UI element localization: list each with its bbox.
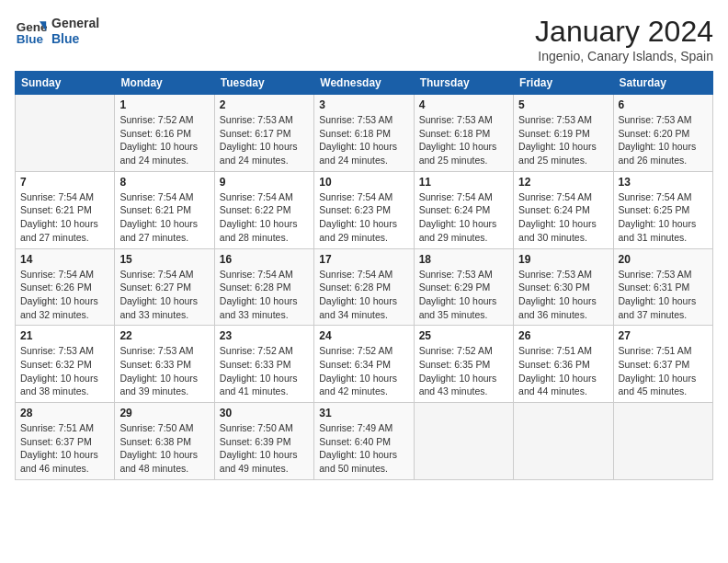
weekday-header-saturday: Saturday	[613, 72, 712, 95]
calendar-cell: 3Sunrise: 7:53 AM Sunset: 6:18 PM Daylig…	[314, 95, 414, 172]
day-number: 2	[220, 98, 309, 111]
day-number: 7	[20, 176, 109, 189]
weekday-header-tuesday: Tuesday	[214, 72, 313, 95]
day-number: 27	[619, 329, 708, 342]
day-number: 23	[220, 329, 309, 342]
weekday-header-thursday: Thursday	[414, 72, 513, 95]
day-number: 17	[319, 253, 408, 266]
day-number: 24	[319, 329, 408, 342]
weekday-header-sunday: Sunday	[16, 72, 115, 95]
day-number: 18	[419, 253, 508, 266]
day-info: Sunrise: 7:50 AM Sunset: 6:39 PM Dayligh…	[220, 421, 309, 476]
day-info: Sunrise: 7:53 AM Sunset: 6:30 PM Dayligh…	[518, 268, 608, 322]
day-number: 4	[419, 98, 508, 111]
day-info: Sunrise: 7:54 AM Sunset: 6:26 PM Dayligh…	[20, 268, 109, 322]
day-number: 12	[518, 176, 608, 189]
day-number: 8	[119, 176, 209, 189]
day-info: Sunrise: 7:53 AM Sunset: 6:32 PM Dayligh…	[20, 344, 109, 398]
week-row-1: 1Sunrise: 7:52 AM Sunset: 6:16 PM Daylig…	[16, 95, 713, 172]
weekday-header-friday: Friday	[514, 72, 613, 95]
calendar-cell: 31Sunrise: 7:49 AM Sunset: 6:40 PM Dayli…	[314, 403, 414, 480]
day-info: Sunrise: 7:54 AM Sunset: 6:25 PM Dayligh…	[619, 190, 708, 245]
day-number: 14	[20, 253, 109, 266]
calendar-cell: 24Sunrise: 7:52 AM Sunset: 6:34 PM Dayli…	[314, 326, 414, 403]
week-row-2: 7Sunrise: 7:54 AM Sunset: 6:21 PM Daylig…	[16, 171, 713, 248]
logo: General Blue General Blue	[15, 15, 99, 48]
day-info: Sunrise: 7:51 AM Sunset: 6:36 PM Dayligh…	[518, 344, 608, 398]
month-title: January 2024	[535, 15, 713, 49]
page-header: General Blue General Blue January 2024 I…	[15, 15, 713, 63]
day-number: 21	[20, 329, 109, 342]
day-number: 26	[518, 329, 608, 342]
day-number: 30	[220, 407, 309, 419]
day-number: 10	[319, 176, 408, 189]
calendar-cell	[414, 403, 513, 480]
day-number: 28	[20, 407, 109, 419]
calendar-cell: 13Sunrise: 7:54 AM Sunset: 6:25 PM Dayli…	[613, 171, 712, 248]
day-info: Sunrise: 7:54 AM Sunset: 6:24 PM Dayligh…	[419, 190, 508, 245]
day-info: Sunrise: 7:54 AM Sunset: 6:27 PM Dayligh…	[119, 268, 209, 322]
day-info: Sunrise: 7:52 AM Sunset: 6:16 PM Dayligh…	[119, 113, 209, 167]
calendar-cell: 21Sunrise: 7:53 AM Sunset: 6:32 PM Dayli…	[16, 326, 115, 403]
calendar-cell: 22Sunrise: 7:53 AM Sunset: 6:33 PM Dayli…	[115, 326, 214, 403]
calendar-cell	[613, 403, 712, 480]
calendar-cell: 12Sunrise: 7:54 AM Sunset: 6:24 PM Dayli…	[514, 171, 613, 248]
calendar-cell: 9Sunrise: 7:54 AM Sunset: 6:22 PM Daylig…	[214, 171, 313, 248]
day-info: Sunrise: 7:52 AM Sunset: 6:35 PM Dayligh…	[419, 344, 508, 398]
week-row-5: 28Sunrise: 7:51 AM Sunset: 6:37 PM Dayli…	[16, 403, 713, 480]
calendar-cell: 7Sunrise: 7:54 AM Sunset: 6:21 PM Daylig…	[16, 171, 115, 248]
title-block: January 2024 Ingenio, Canary Islands, Sp…	[535, 15, 713, 63]
weekday-header-wednesday: Wednesday	[314, 72, 414, 95]
logo-line1: General	[51, 16, 99, 31]
day-info: Sunrise: 7:53 AM Sunset: 6:19 PM Dayligh…	[518, 113, 608, 167]
calendar-cell: 26Sunrise: 7:51 AM Sunset: 6:36 PM Dayli…	[514, 326, 613, 403]
calendar-cell: 6Sunrise: 7:53 AM Sunset: 6:20 PM Daylig…	[613, 95, 712, 172]
calendar-cell: 18Sunrise: 7:53 AM Sunset: 6:29 PM Dayli…	[414, 248, 513, 326]
calendar-cell: 17Sunrise: 7:54 AM Sunset: 6:28 PM Dayli…	[314, 248, 414, 326]
day-info: Sunrise: 7:54 AM Sunset: 6:22 PM Dayligh…	[220, 190, 309, 245]
day-info: Sunrise: 7:54 AM Sunset: 6:28 PM Dayligh…	[220, 268, 309, 322]
week-row-4: 21Sunrise: 7:53 AM Sunset: 6:32 PM Dayli…	[16, 326, 713, 403]
day-info: Sunrise: 7:51 AM Sunset: 6:37 PM Dayligh…	[20, 421, 109, 476]
calendar-cell: 5Sunrise: 7:53 AM Sunset: 6:19 PM Daylig…	[514, 95, 613, 172]
day-info: Sunrise: 7:53 AM Sunset: 6:31 PM Dayligh…	[619, 268, 708, 322]
weekday-header-row: SundayMondayTuesdayWednesdayThursdayFrid…	[16, 72, 713, 95]
calendar-table: SundayMondayTuesdayWednesdayThursdayFrid…	[15, 71, 713, 480]
day-info: Sunrise: 7:53 AM Sunset: 6:18 PM Dayligh…	[319, 113, 408, 167]
calendar-cell	[16, 95, 115, 172]
calendar-cell: 28Sunrise: 7:51 AM Sunset: 6:37 PM Dayli…	[16, 403, 115, 480]
calendar-cell: 10Sunrise: 7:54 AM Sunset: 6:23 PM Dayli…	[314, 171, 414, 248]
day-info: Sunrise: 7:49 AM Sunset: 6:40 PM Dayligh…	[319, 421, 408, 476]
day-info: Sunrise: 7:54 AM Sunset: 6:23 PM Dayligh…	[319, 190, 408, 245]
calendar-cell: 29Sunrise: 7:50 AM Sunset: 6:38 PM Dayli…	[115, 403, 214, 480]
day-info: Sunrise: 7:53 AM Sunset: 6:20 PM Dayligh…	[619, 113, 708, 167]
day-info: Sunrise: 7:50 AM Sunset: 6:38 PM Dayligh…	[119, 421, 209, 476]
day-number: 13	[619, 176, 708, 189]
day-number: 20	[619, 253, 708, 266]
calendar-body: 1Sunrise: 7:52 AM Sunset: 6:16 PM Daylig…	[16, 95, 713, 480]
day-info: Sunrise: 7:53 AM Sunset: 6:17 PM Dayligh…	[220, 113, 309, 167]
calendar-cell: 30Sunrise: 7:50 AM Sunset: 6:39 PM Dayli…	[214, 403, 313, 480]
calendar-cell: 25Sunrise: 7:52 AM Sunset: 6:35 PM Dayli…	[414, 326, 513, 403]
day-info: Sunrise: 7:51 AM Sunset: 6:37 PM Dayligh…	[619, 344, 708, 398]
day-info: Sunrise: 7:52 AM Sunset: 6:33 PM Dayligh…	[220, 344, 309, 398]
calendar-cell: 15Sunrise: 7:54 AM Sunset: 6:27 PM Dayli…	[115, 248, 214, 326]
location: Ingenio, Canary Islands, Spain	[535, 49, 713, 63]
day-number: 19	[518, 253, 608, 266]
day-info: Sunrise: 7:53 AM Sunset: 6:29 PM Dayligh…	[419, 268, 508, 322]
day-info: Sunrise: 7:54 AM Sunset: 6:28 PM Dayligh…	[319, 268, 408, 322]
svg-text:Blue: Blue	[17, 32, 44, 46]
day-info: Sunrise: 7:54 AM Sunset: 6:21 PM Dayligh…	[20, 190, 109, 245]
calendar-cell: 14Sunrise: 7:54 AM Sunset: 6:26 PM Dayli…	[16, 248, 115, 326]
day-number: 16	[220, 253, 309, 266]
day-info: Sunrise: 7:53 AM Sunset: 6:33 PM Dayligh…	[119, 344, 209, 398]
logo-line2: Blue	[51, 31, 99, 47]
calendar-cell: 2Sunrise: 7:53 AM Sunset: 6:17 PM Daylig…	[214, 95, 313, 172]
logo-icon: General Blue	[15, 15, 48, 48]
day-number: 3	[319, 98, 408, 111]
calendar-cell: 27Sunrise: 7:51 AM Sunset: 6:37 PM Dayli…	[613, 326, 712, 403]
calendar-cell: 4Sunrise: 7:53 AM Sunset: 6:18 PM Daylig…	[414, 95, 513, 172]
calendar-cell: 23Sunrise: 7:52 AM Sunset: 6:33 PM Dayli…	[214, 326, 313, 403]
day-number: 22	[119, 329, 209, 342]
day-number: 11	[419, 176, 508, 189]
